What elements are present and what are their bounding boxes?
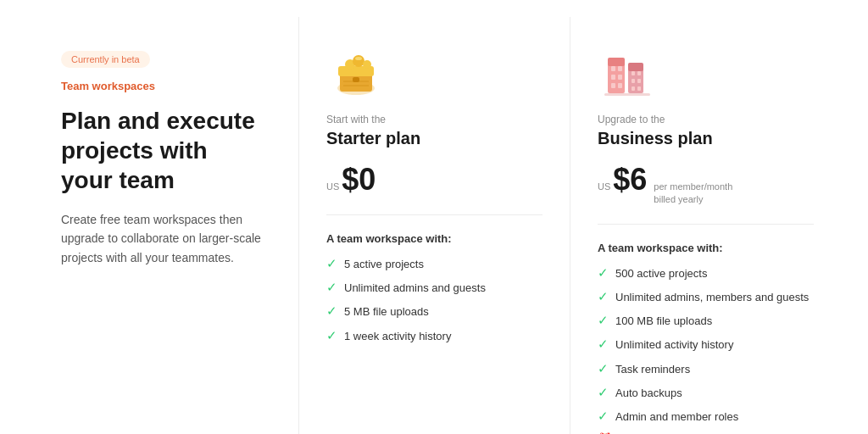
starter-name: Starter plan	[326, 129, 542, 148]
feature-text: 5 MB file uploads	[344, 304, 429, 320]
list-item: ✓ Unlimited admins, members and guests	[598, 290, 814, 305]
business-divider	[598, 224, 814, 225]
starter-subtitle: Start with the	[326, 114, 542, 125]
svg-rect-11	[608, 58, 625, 66]
starter-illustration	[326, 47, 386, 98]
starter-feature-list: ✓ 5 active projects ✓ Unlimited admins a…	[326, 257, 542, 344]
svg-rect-19	[628, 63, 643, 71]
svg-rect-17	[618, 83, 622, 88]
feature-text: 500 active projects	[615, 266, 707, 281]
svg-rect-15	[618, 75, 622, 80]
check-icon: ✓	[598, 290, 609, 303]
list-item: ✓ Unlimited activity history	[598, 337, 814, 353]
list-item: ✓ 100 MB file uploads	[598, 314, 814, 329]
list-item: ✓ Admin and member roles	[598, 409, 814, 425]
list-item: ✓ Auto backups	[598, 386, 814, 401]
feature-text: 100 MB file uploads	[615, 314, 712, 329]
left-panel: Currently in beta Team workspaces Plan a…	[27, 17, 298, 434]
feature-text: Auto backups	[615, 386, 682, 401]
list-item: ✓ 5 MB file uploads	[326, 304, 542, 320]
starter-currency: US	[326, 182, 339, 192]
check-icon: ✓	[598, 386, 609, 398]
starter-plan-card: Start with the Starter plan US $0 A team…	[298, 17, 570, 434]
business-price-details: per member/month billed yearly	[654, 181, 732, 207]
svg-point-5	[363, 60, 371, 69]
svg-rect-26	[604, 93, 650, 96]
svg-rect-13	[618, 66, 622, 71]
list-item: ✓ Unlimited admins and guests	[326, 281, 542, 296]
feature-text: Unlimited admins and guests	[344, 281, 486, 296]
business-feature-list: ✓ 500 active projects ✓ Unlimited admins…	[598, 266, 814, 434]
check-icon: ✓	[326, 257, 337, 270]
svg-rect-18	[628, 68, 643, 93]
main-heading: Plan and execute projects with your team	[61, 106, 264, 195]
feature-text: 1 week activity history	[344, 329, 451, 344]
svg-rect-14	[611, 75, 615, 80]
team-workspaces-label: Team workspaces	[61, 80, 264, 92]
starter-price-row: US $0	[326, 162, 542, 198]
list-item: ✓ 500 active projects	[598, 266, 814, 281]
business-illustration	[598, 47, 657, 98]
starter-divider	[326, 214, 542, 215]
starter-price: $0	[342, 162, 376, 198]
plans-container: Start with the Starter plan US $0 A team…	[298, 17, 841, 434]
svg-rect-24	[632, 86, 635, 91]
svg-point-6	[355, 57, 362, 60]
business-subtitle: Upgrade to the	[598, 114, 814, 125]
list-item: ✓ Task reminders	[598, 362, 814, 377]
page-container: Currently in beta Team workspaces Plan a…	[27, 17, 841, 434]
svg-rect-20	[632, 71, 635, 75]
feature-text: Unlimited activity history	[615, 337, 733, 353]
business-currency: US	[598, 182, 610, 192]
check-icon: ✓	[326, 329, 337, 342]
check-icon: ✓	[326, 304, 337, 317]
check-icon: ✓	[326, 281, 337, 293]
description-text: Create free team workspaces then upgrade…	[61, 210, 264, 267]
beta-badge: Currently in beta	[61, 51, 150, 68]
feature-text: Unlimited admins, members and guests	[615, 290, 809, 305]
svg-rect-22	[632, 79, 635, 83]
price-detail-line1: per member/month	[654, 181, 732, 193]
feature-text: Task reminders	[615, 362, 690, 377]
check-icon: ✓	[598, 266, 609, 279]
check-icon: ✓	[598, 409, 609, 422]
svg-rect-12	[611, 66, 615, 71]
feature-text: Admin and member roles	[615, 409, 738, 425]
list-item: ✓ 1 week activity history	[326, 329, 542, 344]
starter-features-label: A team workspace with:	[326, 232, 542, 245]
check-icon: ✓	[598, 337, 609, 350]
svg-rect-25	[637, 86, 641, 91]
svg-rect-21	[637, 71, 641, 75]
list-item: ✓ 5 active projects	[326, 257, 542, 272]
check-icon: ✓	[598, 362, 609, 375]
price-detail-line2: billed yearly	[654, 193, 732, 206]
business-features-label: A team workspace with:	[598, 242, 814, 254]
svg-rect-23	[637, 79, 641, 83]
business-price: $6	[613, 162, 647, 198]
check-icon: ✓	[598, 314, 609, 326]
business-name: Business plan	[598, 129, 814, 148]
svg-rect-16	[611, 83, 615, 88]
business-plan-card: Upgrade to the Business plan US $6 per m…	[570, 17, 841, 434]
business-price-row: US $6 per member/month billed yearly	[598, 162, 814, 207]
feature-text: 5 active projects	[344, 257, 424, 272]
